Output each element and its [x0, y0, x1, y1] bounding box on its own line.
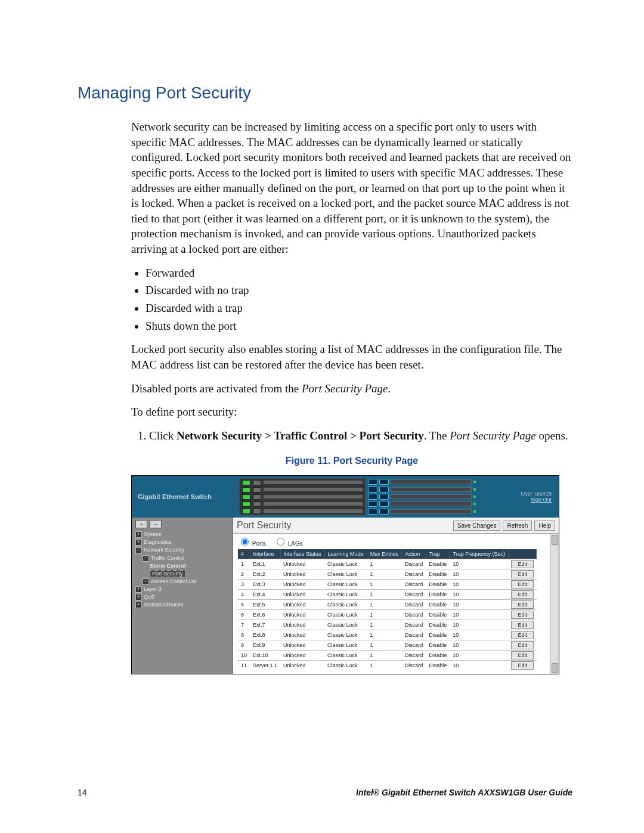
- cell: 1: [367, 661, 402, 671]
- tree-item-network-security[interactable]: −Network Security: [135, 546, 229, 554]
- edit-button[interactable]: Edit: [511, 641, 534, 649]
- radio-lags[interactable]: LAGs: [274, 540, 303, 547]
- table-row: 8Ext.8UnlockedClassic Lock1DiscardDisabl…: [238, 630, 537, 640]
- collapse-all-button[interactable]: −: [150, 520, 162, 528]
- cell: 10: [450, 580, 508, 590]
- cell: Classic Lock: [324, 600, 367, 610]
- tree-item-diagnostics[interactable]: +Diagnostics: [135, 538, 229, 546]
- sign-out-link[interactable]: Sign Out: [531, 497, 552, 503]
- refresh-button[interactable]: Refresh: [503, 521, 532, 531]
- text: Click: [149, 429, 177, 442]
- define-line: To define port security:: [131, 404, 572, 420]
- cell: Disable: [426, 610, 450, 620]
- cell: Ext.9: [250, 640, 280, 651]
- cell: 4: [238, 590, 250, 600]
- tree-item-qos[interactable]: +QoS: [135, 593, 229, 601]
- cell: 10: [450, 620, 508, 630]
- nav-path: Network Security > Traffic Control > Por…: [177, 429, 424, 442]
- tree-item-acl[interactable]: +Access Control List: [135, 578, 229, 586]
- cell: 11: [238, 661, 250, 671]
- col-header: Max Entries: [367, 549, 402, 559]
- port-security-table: #InterfaceInterface StatusLearning ModeM…: [238, 549, 537, 670]
- text: .: [388, 382, 391, 395]
- page-ref: Port Security Page: [302, 382, 388, 395]
- cell: Ext.3: [250, 580, 280, 590]
- table-row: 2Ext.2UnlockedClassic Lock1DiscardDisabl…: [238, 569, 537, 580]
- cell: 10: [450, 640, 508, 651]
- cell: Ext.10: [250, 651, 280, 661]
- edit-button[interactable]: Edit: [511, 621, 534, 629]
- radio-ports[interactable]: Ports: [238, 540, 266, 547]
- table-row: 7Ext.7UnlockedClassic Lock1DiscardDisabl…: [238, 620, 537, 630]
- tree-item-system[interactable]: +System: [135, 531, 229, 538]
- edit-button[interactable]: Edit: [511, 600, 534, 609]
- cell: 8: [238, 630, 250, 640]
- cell: Classic Lock: [324, 610, 367, 620]
- cell: Unlocked: [280, 559, 324, 569]
- cell: Unlocked: [280, 590, 324, 600]
- options-list: Forwarded Discarded with no trap Discard…: [131, 265, 572, 334]
- cell: 1: [238, 559, 250, 569]
- nav-tree: + − +System +Diagnostics −Network Securi…: [132, 518, 233, 674]
- list-item: Discarded with a trap: [145, 301, 572, 316]
- cell: Unlocked: [280, 640, 324, 651]
- cell: 10: [450, 651, 508, 661]
- scrollbar[interactable]: [550, 534, 559, 674]
- tree-item-port-security[interactable]: Port Security: [135, 569, 229, 578]
- cell: Discard: [402, 559, 426, 569]
- cell: 1: [367, 620, 402, 630]
- cell: 1: [367, 569, 402, 580]
- cell: Ext.1: [250, 559, 280, 569]
- cell: 10: [238, 651, 250, 661]
- intro-paragraph: Network security can be increased by lim…: [131, 119, 572, 257]
- cell: 1: [367, 580, 402, 590]
- cell: 10: [450, 600, 508, 610]
- cell: Disable: [426, 559, 450, 569]
- steps-list: Click Network Security > Traffic Control…: [131, 428, 572, 444]
- cell: Disable: [426, 651, 450, 661]
- edit-button[interactable]: Edit: [511, 611, 534, 619]
- cell: 2: [238, 569, 250, 580]
- cell: 10: [450, 630, 508, 640]
- col-header: #: [238, 549, 250, 559]
- edit-button[interactable]: Edit: [511, 590, 534, 599]
- tree-item-layer2[interactable]: +Layer 2: [135, 586, 229, 593]
- tree-item-statistics[interactable]: +Statistics/RMON: [135, 601, 229, 609]
- cell: Ext.7: [250, 620, 280, 630]
- cell: Disable: [426, 600, 450, 610]
- expand-all-button[interactable]: +: [135, 520, 147, 528]
- cell: Unlocked: [280, 580, 324, 590]
- save-changes-button[interactable]: Save Changes: [453, 521, 501, 531]
- cell: Classic Lock: [324, 640, 367, 651]
- scroll-down-icon[interactable]: [552, 663, 558, 673]
- text: opens.: [536, 429, 568, 442]
- edit-button[interactable]: Edit: [511, 661, 534, 670]
- cell: 9: [238, 640, 250, 651]
- edit-button[interactable]: Edit: [511, 570, 534, 578]
- scroll-up-icon[interactable]: [552, 535, 558, 545]
- cell: Classic Lock: [324, 569, 367, 580]
- col-header: Interface: [250, 549, 280, 559]
- table-row: 9Ext.9UnlockedClassic Lock1DiscardDisabl…: [238, 640, 537, 651]
- cell: Disable: [426, 630, 450, 640]
- cell: Discard: [402, 620, 426, 630]
- cell: Discard: [402, 600, 426, 610]
- edit-button[interactable]: Edit: [511, 580, 534, 589]
- table-row: 3Ext.3UnlockedClassic Lock1DiscardDisabl…: [238, 580, 537, 590]
- edit-button[interactable]: Edit: [511, 651, 534, 659]
- page-ref: Port Security Page: [450, 429, 536, 442]
- cell: 1: [367, 640, 402, 651]
- cell: Discard: [402, 640, 426, 651]
- table-row: 4Ext.4UnlockedClassic Lock1DiscardDisabl…: [238, 590, 537, 600]
- guide-title: Intel® Gigabit Ethernet Switch AXXSW1GB …: [356, 788, 572, 797]
- cell: Disable: [426, 661, 450, 671]
- cell: Discard: [402, 610, 426, 620]
- tree-item-storm-control[interactable]: Storm Control: [135, 562, 229, 569]
- device-rack-graphic: [239, 478, 366, 515]
- edit-button[interactable]: Edit: [511, 560, 534, 568]
- help-button[interactable]: Help: [534, 521, 555, 531]
- cell: Unlocked: [280, 630, 324, 640]
- tree-item-traffic-control[interactable]: −Traffic Control: [135, 555, 229, 562]
- cell: 3: [238, 580, 250, 590]
- edit-button[interactable]: Edit: [511, 631, 534, 639]
